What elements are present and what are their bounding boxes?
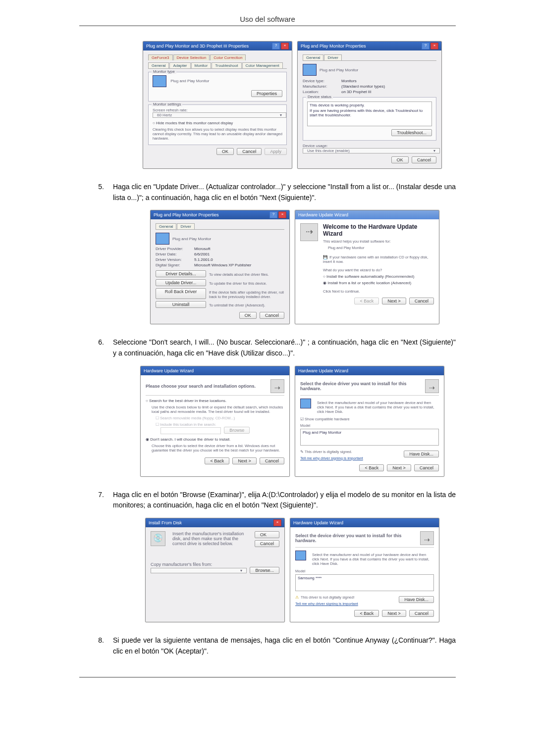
dialog-hardware-wizard-search-options: Hardware Update Wizard Please choose you… — [140, 366, 290, 477]
close-icon[interactable]: × — [281, 43, 289, 50]
ok-button[interactable]: OK — [391, 156, 409, 163]
tab-general[interactable]: General — [148, 62, 169, 68]
window-title: Hardware Update Wizard — [298, 366, 348, 375]
next-button[interactable]: Next > — [382, 298, 406, 304]
back-button[interactable]: < Back — [354, 610, 379, 617]
have-disk-button[interactable]: Have Disk... — [399, 596, 434, 603]
wizard-header: Select the device driver you want to ins… — [300, 381, 421, 391]
tab-driver[interactable]: Driver — [177, 223, 194, 229]
page-header: Uso del software — [79, 15, 456, 23]
refresh-rate-dropdown[interactable]: 60 Hertz▾ — [153, 112, 286, 118]
have-disk-button[interactable]: Have Disk... — [404, 451, 439, 457]
hide-modes-note: Clearing this check box allows you to se… — [153, 127, 282, 141]
opt-install-auto[interactable]: Install the software automatically (Reco… — [323, 274, 434, 279]
dialog-pnp-monitor-props-driver: Plug and Play Monitor Properties ?× Gene… — [150, 210, 290, 324]
opt-search[interactable]: Search for the best driver in these loca… — [146, 399, 284, 403]
device-usage-dropdown[interactable]: Use this device (enable)▾ — [303, 148, 440, 153]
tab-color-management[interactable]: Color Management — [242, 62, 283, 68]
tab-color-correction[interactable]: Color Correction — [210, 54, 246, 60]
back-button[interactable]: < Back — [359, 464, 384, 471]
step-6: 6. Seleccione "Don't search, I will... (… — [79, 337, 456, 358]
chevron-down-icon: ▾ — [240, 568, 242, 573]
close-icon[interactable]: × — [430, 43, 438, 50]
tab-device-selection[interactable]: Device Selection — [173, 54, 210, 60]
step-number: 7. — [79, 490, 113, 511]
hide-modes-checkbox[interactable]: Hide modes that this monitor cannot disp… — [153, 121, 282, 125]
cancel-button[interactable]: Cancel — [237, 148, 262, 155]
tab-geforce3[interactable]: GeForce3 — [148, 54, 173, 60]
cancel-button[interactable]: Cancel — [409, 610, 434, 617]
screenshot-row-4: Install From Disk × 💿 Insert the manufac… — [129, 518, 456, 622]
browse-button[interactable]: Browse... — [250, 567, 279, 574]
window-title: Plug and Play Monitor Properties — [301, 42, 366, 50]
signing-link[interactable]: Tell me why driver signing is important — [300, 456, 363, 460]
step-text: Haga clic en "Update Driver... (Actualiz… — [113, 182, 456, 203]
tab-adapter[interactable]: Adapter — [169, 62, 190, 68]
help-icon[interactable]: ? — [269, 211, 277, 218]
signed-status: ✎ This driver is digitally signed. — [300, 450, 363, 454]
wizard-icon: ⇢ — [300, 223, 318, 241]
cancel-button[interactable]: Cancel — [409, 298, 434, 304]
wizard-header: Please choose your search and installati… — [146, 384, 267, 389]
help-icon[interactable]: ? — [272, 43, 280, 50]
monitor-icon — [300, 399, 311, 408]
chk-include-location: ☐ Include this location in the search: — [156, 422, 284, 427]
close-icon[interactable]: × — [273, 519, 281, 526]
window-title: Hardware Update Wizard — [293, 518, 343, 527]
uninstall-button[interactable]: Uninstall — [156, 301, 206, 308]
disk-icon: 💿 — [151, 531, 165, 546]
ok-button[interactable]: OK — [239, 312, 257, 319]
properties-button[interactable]: Properties — [251, 90, 282, 97]
tabs: GeForce3 Device Selection Color Correcti… — [148, 54, 287, 60]
label-model: Model — [300, 423, 439, 428]
cancel-button[interactable]: Cancel — [414, 464, 439, 471]
tab-driver[interactable]: Driver — [324, 54, 341, 60]
monitor-icon — [156, 233, 169, 245]
rollback-driver-button[interactable]: Roll Back Driver — [156, 288, 206, 299]
cancel-button[interactable]: Cancel — [260, 457, 284, 464]
cancel-button[interactable]: Cancel — [255, 540, 279, 547]
cancel-button[interactable]: Cancel — [260, 312, 284, 319]
tab-troubleshoot[interactable]: Troubleshoot — [212, 62, 241, 68]
chk-compat[interactable]: ☑ Show compatible hardware — [300, 417, 439, 421]
back-button[interactable]: < Back — [205, 457, 229, 464]
step-text: Seleccione "Don't search, I will... (No … — [113, 337, 456, 358]
group-device-status: Device status — [306, 95, 333, 99]
next-button[interactable]: Next > — [232, 457, 256, 464]
next-button[interactable]: Next > — [387, 464, 411, 471]
dialog-monitor-3dprophet-props: Plug and Play Monitor and 3D Prophet III… — [143, 41, 292, 169]
dialog-hardware-wizard-select-driver-samsung: Hardware Update Wizard Select the device… — [290, 518, 439, 622]
opt-install-list[interactable]: Install from a list or specific location… — [323, 281, 434, 285]
next-button[interactable]: Next > — [382, 610, 406, 617]
location-input — [160, 427, 221, 434]
help-icon[interactable]: ? — [422, 43, 429, 50]
tab-general[interactable]: General — [303, 54, 323, 60]
dialog-pnp-monitor-props-general: Plug and Play Monitor Properties ?× Gene… — [297, 41, 442, 169]
label-refresh-rate: Screen refresh rate: — [153, 108, 282, 112]
troubleshoot-button[interactable]: Troubleshoot... — [391, 129, 432, 136]
update-driver-button[interactable]: Update Driver... — [156, 279, 206, 286]
chevron-down-icon: ▾ — [433, 149, 435, 153]
ok-button[interactable]: OK — [255, 531, 279, 538]
copy-from-dropdown[interactable]: ▾ — [151, 568, 247, 573]
tab-general[interactable]: General — [156, 223, 176, 229]
wizard-title: Welcome to the Hardware Update Wizard — [323, 223, 434, 237]
cd-note: If your hardware came with an installati… — [323, 255, 434, 264]
browse-button: Browse — [224, 427, 250, 434]
chevron-down-icon: ▾ — [280, 113, 282, 117]
step-7: 7. Haga clic en el botón "Browse (Examin… — [79, 490, 456, 511]
opt-dont-search[interactable]: Don't search. I will choose the driver t… — [146, 437, 284, 442]
apply-button: Apply — [265, 148, 287, 155]
window-title: Plug and Play Monitor and 3D Prophet III… — [146, 42, 249, 50]
driver-details-button[interactable]: Driver Details... — [156, 270, 206, 277]
ok-button[interactable]: OK — [216, 148, 234, 155]
model-list[interactable]: Samsung **** — [295, 574, 434, 591]
cancel-button[interactable]: Cancel — [412, 156, 436, 163]
group-monitor-settings: Monitor settings — [152, 102, 182, 106]
tab-monitor[interactable]: Monitor — [191, 62, 212, 68]
signing-link[interactable]: Tell me why driver signing is important — [295, 602, 358, 606]
model-list[interactable]: Plug and Play Monitor — [300, 429, 439, 446]
titlebar: Plug and Play Monitor and 3D Prophet III… — [143, 42, 292, 50]
close-icon[interactable]: × — [278, 211, 286, 218]
document-page: Uso del software Plug and Play Monitor a… — [79, 0, 456, 688]
